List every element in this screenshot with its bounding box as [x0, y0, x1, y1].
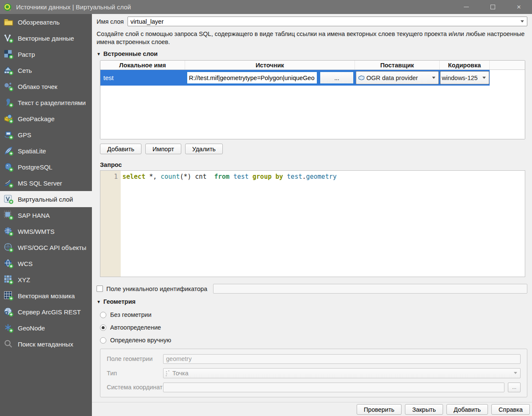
close-dialog-button[interactable]: Закрыть: [405, 404, 443, 415]
sidebar-item-virtual-layer[interactable]: Виртуальный слой: [0, 191, 92, 207]
table-row[interactable]: test ... OGR data provider: [100, 70, 525, 86]
add-layer-button[interactable]: Добавить: [100, 144, 141, 154]
geometry-field-label: Поле геометрии: [107, 355, 163, 362]
close-button[interactable]: ×: [506, 0, 532, 14]
sidebar-item-mssql[interactable]: MS SQL Server: [0, 175, 92, 191]
provider-combobox[interactable]: OGR data provider: [356, 71, 439, 84]
sidebar-item-wms-wmts[interactable]: WMS/WMTS: [0, 223, 92, 239]
geonode-icon: [3, 323, 14, 333]
encoding-cell: windows-125: [440, 70, 490, 86]
column-header-encoding[interactable]: Кодировка: [440, 61, 490, 69]
sql-token: [283, 173, 287, 180]
sidebar-item-wfs[interactable]: WFS/OGC API объекты: [0, 239, 92, 255]
vector-tile-icon: [3, 291, 14, 301]
sidebar-item-label: Векторные данные: [18, 35, 74, 42]
sidebar-item-spatialite[interactable]: SpatiaLite: [0, 143, 92, 159]
sidebar-item-geonode[interactable]: GeoNode: [0, 320, 92, 336]
chevron-down-icon: [482, 77, 486, 79]
data-source-manager-window: Источники данных | Виртуальный слой × Об…: [0, 0, 532, 416]
sidebar-item-point-cloud[interactable]: Облако точек: [0, 78, 92, 94]
geometry-field-input: [163, 354, 521, 364]
sidebar-item-gps[interactable]: GPS: [0, 127, 92, 143]
radio-manually-defined[interactable]: [100, 337, 106, 344]
minimize-button[interactable]: [453, 0, 479, 14]
point-symbol-icon: [165, 370, 171, 377]
column-header-provider[interactable]: Поставщик: [355, 61, 440, 69]
sidebar-item-xyz[interactable]: XYZ: [0, 272, 92, 288]
column-header-local-name[interactable]: Локальное имя: [100, 61, 185, 69]
source-input[interactable]: [186, 71, 318, 84]
sidebar-item-label: SpatiaLite: [18, 147, 46, 155]
sidebar-item-label: WMS/WMTS: [18, 228, 55, 235]
sql-code-line[interactable]: select *, count(*) cnt from test group b…: [121, 171, 337, 277]
sql-token: test: [287, 173, 302, 180]
radio-label: Без геометрии: [110, 311, 152, 318]
source-browse-button[interactable]: ...: [319, 71, 354, 84]
crs-browse-button[interactable]: ...: [508, 383, 521, 392]
sidebar-item-label: GPS: [18, 131, 31, 139]
vector-icon: [3, 33, 14, 43]
radio-label: Автоопределение: [110, 324, 161, 331]
layer-name-combobox[interactable]: [127, 17, 527, 26]
maximize-icon: [490, 5, 495, 9]
sidebar-item-sap-hana[interactable]: SAP HANA: [0, 207, 92, 223]
mesh-icon: [3, 65, 14, 75]
layer-name-label: Имя слоя: [97, 18, 124, 25]
sidebar-item-label: Сервер ArcGIS REST: [18, 308, 81, 316]
sidebar-item-mesh[interactable]: Сеть: [0, 62, 92, 78]
dialog-button-box: Проверить Закрыть Добавить Справка: [92, 402, 532, 416]
radio-option-manually-defined[interactable]: Определено вручную: [100, 337, 532, 344]
sidebar-item-label: MS SQL Server: [18, 180, 62, 187]
sql-token: from: [214, 173, 230, 180]
sidebar-item-arcgis-rest[interactable]: Сервер ArcGIS REST: [0, 304, 92, 320]
sql-token: (*): [180, 173, 195, 180]
sql-token: by: [275, 173, 283, 180]
embedded-layers-section-header[interactable]: ▼ Встроенные слои: [97, 50, 532, 57]
chevron-down-icon: [514, 372, 517, 374]
arcgis-rest-icon: [3, 307, 14, 317]
sidebar-item-label: GeoNode: [18, 324, 45, 332]
maximize-button[interactable]: [479, 0, 506, 14]
crs-input: [163, 383, 504, 392]
radio-option-autodetect[interactable]: Автоопределение: [100, 324, 532, 331]
sidebar-item-delimited-text[interactable]: Текст с разделителями: [0, 94, 92, 111]
sql-editor[interactable]: 1 select *, count(*) cnt from test group…: [100, 170, 525, 277]
folder-icon: [3, 17, 14, 27]
sidebar-item-label: PostgreSQL: [18, 164, 53, 171]
radio-no-geometry[interactable]: [100, 312, 106, 318]
help-button[interactable]: Справка: [491, 404, 530, 415]
remove-layer-button[interactable]: Удалить: [185, 144, 223, 154]
sidebar-item-postgresql[interactable]: PostgreSQL: [0, 159, 92, 175]
xyz-icon: [3, 275, 14, 285]
sidebar-item-geopackage[interactable]: GeoPackage: [0, 111, 92, 127]
sql-token: select: [122, 173, 145, 180]
radio-option-no-geometry[interactable]: Без геометрии: [100, 311, 532, 318]
sidebar-item-wcs[interactable]: WCS: [0, 255, 92, 272]
chevron-down-icon[interactable]: [521, 20, 524, 22]
sidebar-item-metadata-search[interactable]: Поиск метаданных: [0, 336, 92, 352]
column-header-source[interactable]: Источник: [185, 61, 355, 69]
layer-name-input[interactable]: [128, 17, 518, 26]
delimited-text-icon: [3, 97, 14, 108]
polygon-icon: [358, 75, 365, 81]
uid-checkbox[interactable]: [97, 286, 103, 292]
add-dialog-button[interactable]: Добавить: [446, 404, 488, 415]
window-controls: ×: [453, 0, 532, 14]
encoding-combobox[interactable]: windows-125: [440, 71, 489, 84]
sidebar-item-vector[interactable]: Векторные данные: [0, 30, 92, 46]
import-layer-button[interactable]: Импорт: [145, 144, 181, 154]
sql-token: [230, 173, 233, 180]
local-name-cell[interactable]: test: [100, 70, 185, 86]
sidebar-item-browser[interactable]: Обозреватель: [0, 14, 92, 30]
sidebar-item-vector-tile[interactable]: Векторная мозаика: [0, 288, 92, 304]
source-type-sidebar: ОбозревательВекторные данныеРастрСетьОбл…: [0, 14, 92, 416]
test-query-button[interactable]: Проверить: [357, 404, 402, 415]
geometry-type-combobox: Точка: [163, 368, 521, 378]
radio-autodetect[interactable]: [100, 324, 106, 331]
geometry-section-header[interactable]: ▼ Геометрия: [97, 298, 532, 305]
sidebar-item-label: XYZ: [18, 276, 30, 283]
line-number-gutter: 1: [100, 171, 121, 277]
embedded-layers-table: Локальное имя Источник Поставщик Кодиров…: [100, 60, 525, 139]
sidebar-item-raster[interactable]: Растр: [0, 46, 92, 62]
geometry-groupbox: Поле геометрии Тип Точка: [100, 349, 527, 397]
